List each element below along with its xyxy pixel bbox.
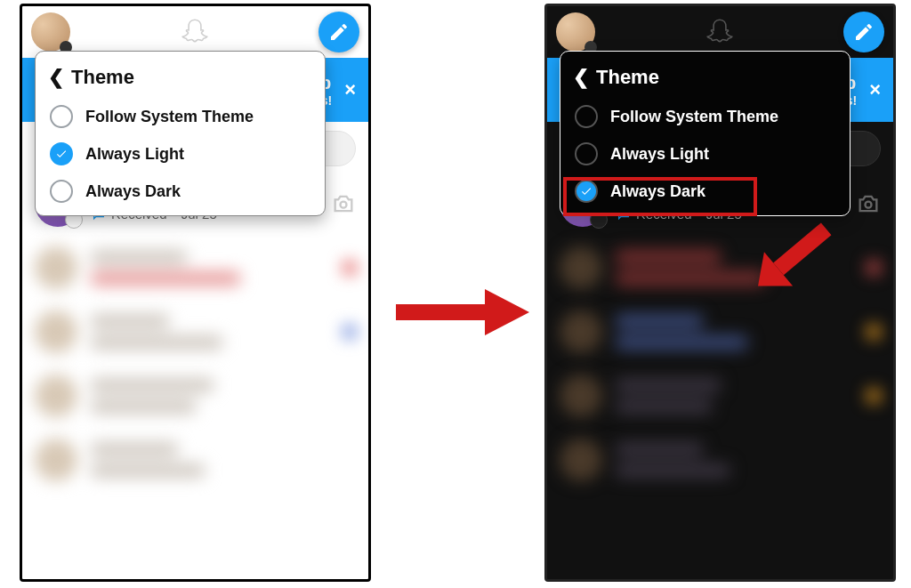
popup-header[interactable]: ❮ Theme [564,60,846,98]
theme-option-always-dark[interactable]: Always Dark [564,173,846,210]
radio-selected-icon [575,180,598,203]
svg-point-0 [341,202,347,208]
theme-popup: ❮ Theme Follow System Theme Always Light… [35,51,326,216]
blurred-chat-list [22,236,368,492]
theme-option-always-dark[interactable]: Always Dark [39,173,321,210]
radio-icon [50,180,73,203]
theme-popup: ❮ Theme Follow System Theme Always Light… [560,51,851,216]
radio-selected-icon [50,142,73,165]
theme-option-follow-system[interactable]: Follow System Theme [39,98,321,135]
svg-rect-4 [773,222,831,275]
new-chat-button[interactable] [318,12,359,52]
banner-close-button[interactable]: × [857,78,881,101]
back-chevron-icon[interactable]: ❮ [48,66,64,89]
popup-title: Theme [71,66,134,89]
profile-avatar-button[interactable] [31,12,70,52]
theme-option-follow-system[interactable]: Follow System Theme [564,98,846,135]
pointer-arrow-icon [746,203,852,301]
svg-point-3 [866,202,872,208]
profile-avatar-button[interactable] [556,12,595,52]
camera-icon[interactable] [856,191,881,216]
transition-arrow-icon [396,285,529,338]
phone-light: pp s! × My AI Received · Jul 25 [20,4,371,582]
theme-option-always-light[interactable]: Always Light [564,135,846,173]
banner-close-button[interactable]: × [332,78,356,101]
camera-icon[interactable] [331,191,356,216]
popup-header[interactable]: ❮ Theme [39,60,321,98]
popup-title: Theme [596,66,659,89]
svg-rect-1 [396,304,485,320]
radio-icon [575,142,598,165]
radio-icon [50,105,73,128]
snapchat-ghost-icon[interactable] [179,16,211,48]
theme-option-always-light[interactable]: Always Light [39,135,321,173]
svg-marker-2 [485,289,529,335]
snapchat-ghost-icon[interactable] [704,16,736,48]
radio-icon [575,105,598,128]
back-chevron-icon[interactable]: ❮ [573,66,589,89]
new-chat-button[interactable] [843,12,884,52]
